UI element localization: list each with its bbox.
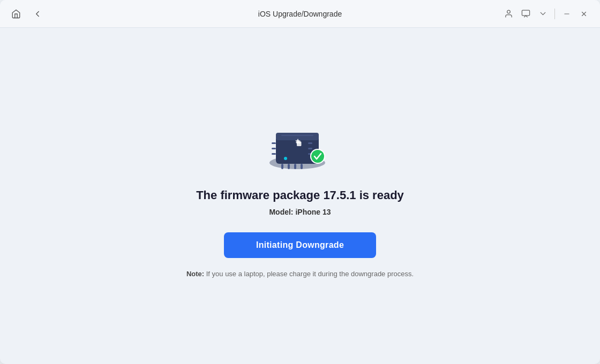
- svg-rect-16: [272, 153, 276, 155]
- svg-rect-13: [301, 164, 303, 169]
- titlebar: iOS Upgrade/Downgrade: [0, 0, 600, 28]
- svg-point-21: [311, 150, 324, 163]
- main-content: The firmware package 17.5.1 is ready Mod…: [0, 28, 600, 364]
- svg-rect-1: [522, 10, 529, 16]
- svg-rect-11: [288, 164, 290, 169]
- svg-rect-8: [281, 135, 313, 136]
- chevron-down-icon[interactable]: [535, 6, 550, 21]
- home-icon[interactable]: [9, 6, 24, 21]
- svg-rect-10: [281, 164, 283, 169]
- svg-point-0: [507, 10, 510, 13]
- app-window: iOS Upgrade/Downgrade: [0, 0, 600, 364]
- note-text: Note: If you use a laptop, please charge…: [186, 270, 414, 278]
- note-label: Note:: [186, 270, 204, 278]
- back-icon[interactable]: [30, 6, 45, 21]
- model-label-text: Model:: [269, 208, 293, 216]
- note-content: If you use a laptop, please charge it du…: [206, 270, 414, 278]
- firmware-title: The firmware package 17.5.1 is ready: [196, 188, 404, 202]
- svg-rect-14: [272, 142, 276, 144]
- titlebar-divider: [554, 9, 555, 19]
- titlebar-right: [501, 6, 591, 21]
- svg-rect-18: [308, 148, 312, 149]
- model-label: Model: iPhone 13: [269, 208, 331, 216]
- svg-rect-12: [294, 164, 296, 169]
- chat-icon[interactable]: [518, 6, 533, 21]
- window-title: iOS Upgrade/Downgrade: [258, 10, 342, 18]
- close-icon[interactable]: [576, 6, 591, 21]
- initiating-downgrade-button[interactable]: Initiating Downgrade: [224, 232, 376, 258]
- svg-rect-15: [272, 148, 276, 149]
- minimize-icon[interactable]: [559, 6, 574, 21]
- chip-illustration: [265, 115, 335, 173]
- svg-rect-17: [308, 142, 312, 144]
- user-account-icon[interactable]: [501, 6, 516, 21]
- titlebar-left: [9, 6, 45, 21]
- svg-point-9: [284, 157, 287, 160]
- model-value: iPhone 13: [295, 208, 331, 216]
